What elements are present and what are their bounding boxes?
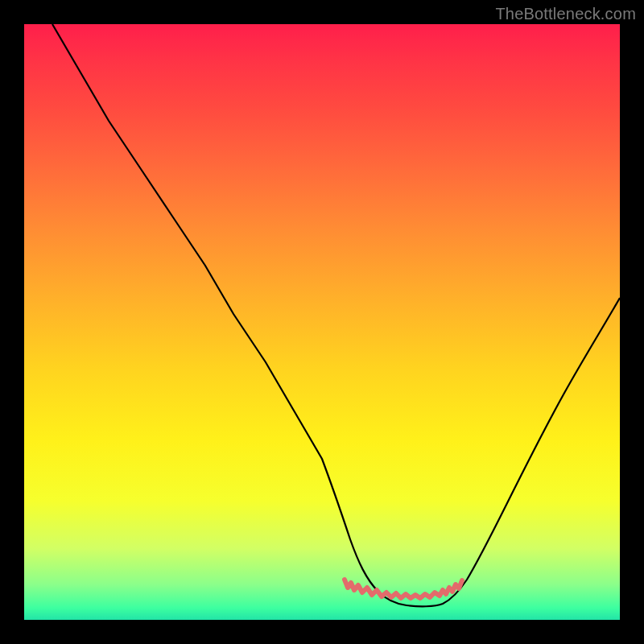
chart-frame: TheBottleneck.com xyxy=(0,0,644,644)
curve-svg xyxy=(24,24,620,620)
plot-area xyxy=(24,24,620,620)
watermark-text: TheBottleneck.com xyxy=(495,5,636,23)
optimal-zone-marker xyxy=(345,580,462,598)
bottleneck-curve xyxy=(52,24,620,606)
